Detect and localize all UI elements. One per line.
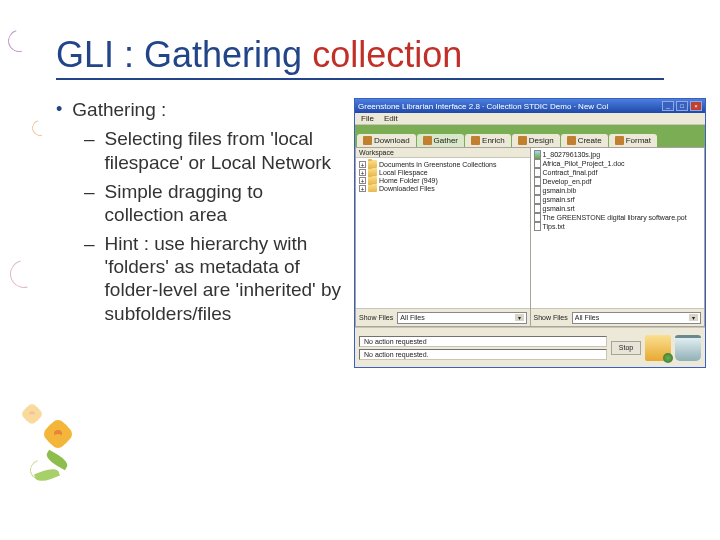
tab-create[interactable]: Create bbox=[561, 134, 608, 147]
sub-item: Simple dragging to collection area bbox=[105, 180, 346, 226]
workspace-tree[interactable]: +Documents in Greenstone Collections +Lo… bbox=[356, 158, 530, 308]
folder-icon bbox=[368, 184, 377, 192]
design-icon bbox=[518, 136, 527, 145]
workspace-pane: Workspace +Documents in Greenstone Colle… bbox=[355, 147, 530, 327]
menu-file[interactable]: File bbox=[361, 114, 374, 123]
file-item[interactable]: 1_802796130s.jpg bbox=[534, 150, 702, 159]
document-icon bbox=[534, 186, 541, 195]
expand-icon[interactable]: + bbox=[359, 185, 366, 192]
menu-bar: File Edit bbox=[355, 113, 705, 125]
tree-item[interactable]: +Documents in Greenstone Collections bbox=[359, 160, 527, 168]
trash-icon[interactable] bbox=[675, 335, 701, 361]
expand-icon[interactable]: + bbox=[359, 161, 366, 168]
file-item[interactable]: Africa_Pilot_Project_1.doc bbox=[534, 159, 702, 168]
chevron-down-icon: ▾ bbox=[689, 314, 698, 321]
title-colored: collection bbox=[312, 34, 462, 75]
status-bar: No action requested No action requested.… bbox=[355, 327, 705, 367]
enrich-icon bbox=[471, 136, 480, 145]
file-item[interactable]: Develop_en.pdf bbox=[534, 177, 702, 186]
file-item[interactable]: Tips.txt bbox=[534, 222, 702, 231]
file-item[interactable]: The GREENSTONE digital library software.… bbox=[534, 213, 702, 222]
image-icon bbox=[534, 150, 541, 159]
window-titlebar[interactable]: Greenstone Librarian Interface 2.8 · Col… bbox=[355, 99, 705, 113]
filter-combo[interactable]: All Files▾ bbox=[572, 312, 701, 324]
file-item[interactable]: gsmain.srf bbox=[534, 195, 702, 204]
gli-app-window: Greenstone Librarian Interface 2.8 · Col… bbox=[354, 98, 706, 368]
tree-item[interactable]: +Downloaded Files bbox=[359, 184, 527, 192]
file-item[interactable]: gsmain.srt bbox=[534, 204, 702, 213]
document-icon bbox=[534, 222, 541, 231]
filter-combo[interactable]: All Files▾ bbox=[397, 312, 526, 324]
filter-label: Show Files bbox=[534, 314, 568, 321]
sub-item: Hint : use hierarchy with 'folders' as m… bbox=[105, 232, 346, 325]
document-icon bbox=[534, 177, 541, 186]
expand-icon[interactable]: + bbox=[359, 177, 366, 184]
status-text: No action requested. bbox=[359, 349, 607, 360]
stop-button[interactable]: Stop bbox=[611, 341, 641, 355]
maximize-button[interactable]: □ bbox=[676, 101, 688, 111]
close-button[interactable]: × bbox=[690, 101, 702, 111]
tab-gather[interactable]: Gather bbox=[417, 134, 464, 147]
filter-label: Show Files bbox=[359, 314, 393, 321]
tab-format[interactable]: Format bbox=[609, 134, 657, 147]
workspace-header: Workspace bbox=[356, 148, 530, 158]
slide-title: GLI : Gathering collection bbox=[56, 34, 664, 80]
bullet-text: Gathering : bbox=[72, 98, 166, 121]
tree-item[interactable]: +Home Folder (949) bbox=[359, 176, 527, 184]
document-icon bbox=[534, 159, 541, 168]
title-text: GLI : Gathering bbox=[56, 34, 312, 75]
sub-item: Selecting files from 'local filespace' o… bbox=[105, 127, 346, 173]
chevron-down-icon: ▾ bbox=[515, 314, 524, 321]
menu-edit[interactable]: Edit bbox=[384, 114, 398, 123]
download-icon bbox=[363, 136, 372, 145]
gather-icon bbox=[423, 136, 432, 145]
document-icon bbox=[534, 204, 541, 213]
tab-download[interactable]: Download bbox=[357, 134, 416, 147]
window-title: Greenstone Librarian Interface 2.8 · Col… bbox=[358, 102, 608, 111]
file-item[interactable]: Contract_final.pdf bbox=[534, 168, 702, 177]
new-folder-icon[interactable] bbox=[645, 335, 671, 361]
minimize-button[interactable]: _ bbox=[662, 101, 674, 111]
file-item[interactable]: gsmain.bib bbox=[534, 186, 702, 195]
tree-item[interactable]: +Local Filespace bbox=[359, 168, 527, 176]
collection-pane: 1_802796130s.jpg Africa_Pilot_Project_1.… bbox=[530, 147, 706, 327]
status-text: No action requested bbox=[359, 336, 607, 347]
document-icon bbox=[534, 168, 541, 177]
collection-tree[interactable]: 1_802796130s.jpg Africa_Pilot_Project_1.… bbox=[531, 148, 705, 308]
format-icon bbox=[615, 136, 624, 145]
tab-design[interactable]: Design bbox=[512, 134, 560, 147]
tab-enrich[interactable]: Enrich bbox=[465, 134, 511, 147]
expand-icon[interactable]: + bbox=[359, 169, 366, 176]
document-icon bbox=[534, 195, 541, 204]
document-icon bbox=[534, 213, 541, 222]
create-icon bbox=[567, 136, 576, 145]
tab-bar: Download Gather Enrich Design Create For… bbox=[355, 125, 705, 147]
bullet-dot: • bbox=[56, 98, 62, 121]
